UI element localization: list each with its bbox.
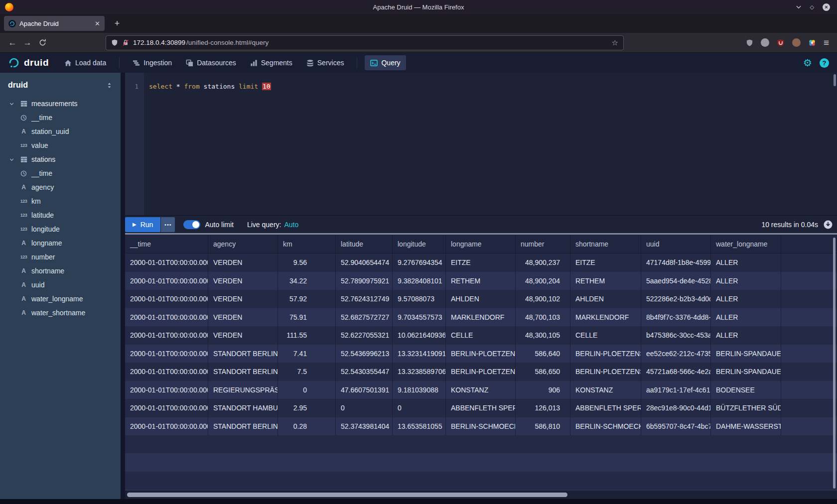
cell[interactable] bbox=[781, 399, 837, 417]
cell[interactable]: 48,900,204 bbox=[516, 272, 570, 290]
cell[interactable]: 0 bbox=[336, 399, 393, 417]
cell[interactable]: 52.5436996213 bbox=[336, 345, 393, 363]
column-uuid[interactable]: Auuid bbox=[0, 278, 121, 292]
cell[interactable]: 586,650 bbox=[516, 363, 570, 381]
cell[interactable]: 906 bbox=[516, 381, 570, 399]
cell[interactable]: 48,900,102 bbox=[516, 290, 570, 308]
cell[interactable]: 47174d8f-1b8e-4599-8a bbox=[641, 253, 711, 272]
sql-code-line[interactable]: select * from stations limit 10 bbox=[144, 73, 271, 215]
cell[interactable]: CELLE bbox=[446, 326, 516, 345]
cell[interactable]: BERLIN-SPANDAUER-S bbox=[711, 345, 781, 363]
column-header-water_longname[interactable]: water_longname bbox=[711, 235, 781, 253]
column-latitude[interactable]: 123latitude bbox=[0, 208, 121, 222]
column-agency[interactable]: Aagency bbox=[0, 180, 121, 194]
cell[interactable]: b475386c-30cc-453a-b3 bbox=[641, 326, 711, 345]
menu-icon[interactable]: ≡ bbox=[824, 37, 829, 48]
cell[interactable]: BERLIN-PLOETZENSEE U bbox=[570, 363, 641, 381]
cell[interactable]: 126,013 bbox=[516, 399, 570, 417]
column-header-shortname[interactable]: shortname bbox=[570, 235, 641, 253]
cell[interactable]: STANDORT BERLIN bbox=[208, 345, 278, 363]
window-close-icon[interactable]: × bbox=[823, 3, 830, 11]
auto-limit-toggle[interactable] bbox=[183, 220, 200, 229]
cell[interactable]: ABBENFLETH SPERRWEI bbox=[570, 399, 641, 417]
cell[interactable]: 47.6607501391 bbox=[336, 381, 393, 399]
reload-icon[interactable] bbox=[35, 35, 50, 50]
column-header-longname[interactable]: longname bbox=[446, 235, 516, 253]
cell[interactable]: 0 bbox=[393, 399, 446, 417]
column-header-longitude[interactable]: longitude bbox=[393, 235, 446, 253]
column-longitude[interactable]: 123longitude bbox=[0, 222, 121, 236]
nav-item-ingestion[interactable]: Ingestion bbox=[127, 55, 177, 70]
forward-icon[interactable]: → bbox=[20, 35, 35, 50]
cell[interactable]: REGIERUNGSPRÄSIDIUM bbox=[208, 381, 278, 399]
cell[interactable]: BERLIN-SCHMOECKWITZ bbox=[570, 417, 641, 436]
cell[interactable] bbox=[781, 290, 837, 308]
extension-shield-icon[interactable] bbox=[746, 39, 753, 47]
cell[interactable]: 7.41 bbox=[278, 345, 336, 363]
cell[interactable]: DAHME-WASSERSTRAS bbox=[711, 417, 781, 436]
cell[interactable]: 2000-01-01T00:00:00.000Z bbox=[125, 290, 208, 308]
cell[interactable]: 5aaed954-de4e-4528-8f bbox=[641, 272, 711, 290]
cell[interactable]: 2000-01-01T00:00:00.000Z bbox=[125, 326, 208, 345]
column-__time[interactable]: __time bbox=[0, 166, 121, 180]
cell[interactable]: 13.3238589706 bbox=[393, 363, 446, 381]
cell[interactable]: 2000-01-01T00:00:00.000Z bbox=[125, 417, 208, 436]
live-query-value[interactable]: Auto bbox=[284, 221, 298, 229]
cell[interactable] bbox=[781, 308, 837, 327]
cell[interactable]: 0.28 bbox=[278, 417, 336, 436]
run-button[interactable]: ▶ Run bbox=[125, 217, 160, 232]
cell[interactable]: 8b4f9f7c-3376-4dd8-95c bbox=[641, 308, 711, 327]
cell[interactable] bbox=[781, 345, 837, 363]
cell[interactable]: 111.55 bbox=[278, 326, 336, 345]
run-more-button[interactable]: ••• bbox=[161, 217, 175, 232]
cell[interactable]: 586,640 bbox=[516, 345, 570, 363]
editor-scrollbar-thumb[interactable] bbox=[834, 74, 836, 86]
column-header-blank[interactable] bbox=[781, 235, 837, 253]
cell[interactable]: ABBENFLETH SPERRWEI bbox=[446, 399, 516, 417]
column-km[interactable]: 123km bbox=[0, 194, 121, 208]
column-header-agency[interactable]: agency bbox=[208, 235, 278, 253]
cell[interactable]: EITZE bbox=[570, 253, 641, 272]
cell[interactable]: 9.7034557573 bbox=[393, 308, 446, 327]
cell[interactable]: RETHEM bbox=[446, 272, 516, 290]
cell[interactable]: RETHEM bbox=[570, 272, 641, 290]
nav-item-datasources[interactable]: Datasources bbox=[180, 55, 242, 70]
cell[interactable]: KONSTANZ bbox=[446, 381, 516, 399]
nav-item-segments[interactable]: Segments bbox=[245, 55, 298, 70]
datasource-stations[interactable]: stations bbox=[0, 152, 121, 166]
cell[interactable]: 10.0621640936 bbox=[393, 326, 446, 345]
cell[interactable]: 2000-01-01T00:00:00.000Z bbox=[125, 345, 208, 363]
cell[interactable]: 48,900,237 bbox=[516, 253, 570, 272]
gear-icon[interactable]: ⚙ bbox=[803, 58, 812, 68]
horizontal-scrollbar[interactable] bbox=[125, 491, 837, 499]
nav-item-services[interactable]: Services bbox=[301, 55, 350, 70]
cell[interactable]: 9.57088073 bbox=[393, 290, 446, 308]
new-tab-button[interactable]: + bbox=[111, 18, 124, 29]
column-water_longname[interactable]: Awater_longname bbox=[0, 292, 121, 306]
column-__time[interactable]: __time bbox=[0, 111, 121, 125]
cell[interactable]: KONSTANZ bbox=[570, 381, 641, 399]
cell[interactable]: 2000-01-01T00:00:00.000Z bbox=[125, 272, 208, 290]
cell[interactable]: VERDEN bbox=[208, 272, 278, 290]
vertical-scrollbar-thumb[interactable] bbox=[833, 238, 836, 489]
column-header-km[interactable]: km bbox=[278, 235, 336, 253]
sort-icon[interactable] bbox=[106, 82, 113, 89]
download-icon[interactable] bbox=[823, 220, 833, 230]
cell[interactable]: ALLER bbox=[711, 326, 781, 345]
help-icon[interactable]: ? bbox=[820, 58, 829, 68]
bookmark-star-icon[interactable]: ☆ bbox=[612, 38, 618, 47]
nav-item-query[interactable]: Query bbox=[365, 55, 406, 70]
ublock-icon[interactable] bbox=[777, 39, 785, 47]
cell[interactable]: STANDORT HAMBURG bbox=[208, 399, 278, 417]
column-header-__time[interactable]: __time bbox=[125, 235, 208, 253]
cell[interactable]: 52.3743981404 bbox=[336, 417, 393, 436]
cell[interactable] bbox=[781, 326, 837, 345]
cell[interactable]: 52.7624312749 bbox=[336, 290, 393, 308]
cell[interactable]: 2.95 bbox=[278, 399, 336, 417]
cell[interactable]: EITZE bbox=[446, 253, 516, 272]
cell[interactable]: 2000-01-01T00:00:00.000Z bbox=[125, 399, 208, 417]
sql-editor[interactable]: 1 select * from stations limit 10 bbox=[125, 73, 837, 215]
cell[interactable]: AHLDEN bbox=[446, 290, 516, 308]
cell[interactable]: 52.6827572727 bbox=[336, 308, 393, 327]
cell[interactable] bbox=[781, 417, 837, 436]
